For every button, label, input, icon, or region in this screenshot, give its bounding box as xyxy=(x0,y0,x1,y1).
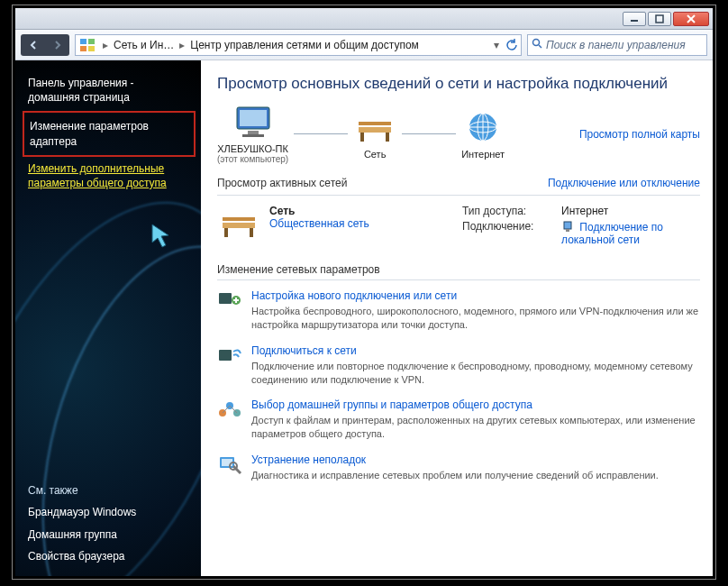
breadcrumb-segment[interactable]: Центр управления сетями и общим доступом xyxy=(188,39,421,51)
svg-rect-11 xyxy=(240,110,267,126)
svg-rect-15 xyxy=(359,127,391,133)
section-title: Просмотр активных сетей xyxy=(217,177,347,189)
page-title: Просмотр основных сведений о сети и наст… xyxy=(217,75,700,93)
svg-rect-1 xyxy=(656,15,663,23)
svg-rect-28 xyxy=(566,229,569,232)
close-icon xyxy=(687,14,696,23)
sidebar-item-homegroup[interactable]: Домашняя группа xyxy=(28,524,192,545)
sidebar-item-advanced-sharing[interactable]: Изменить дополнительные параметры общего… xyxy=(28,159,190,193)
network-name: Сеть xyxy=(269,205,369,217)
svg-rect-7 xyxy=(88,46,95,51)
svg-rect-6 xyxy=(80,46,86,51)
view-full-map-link[interactable]: Просмотр полной карты xyxy=(579,128,700,141)
task-desc: Подключение или повторное подключение к … xyxy=(251,360,700,387)
maximize-button[interactable] xyxy=(648,12,671,26)
task-link[interactable]: Настройка нового подключения или сети xyxy=(251,289,700,302)
globe-icon xyxy=(461,109,505,145)
task-new-connection: Настройка нового подключения или сети На… xyxy=(217,289,700,332)
sidebar-item-label: домашняя страница xyxy=(28,91,130,104)
chevron-down-icon[interactable]: ▾ xyxy=(490,39,503,51)
main-content: Просмотр основных сведений о сети и наст… xyxy=(201,60,713,576)
sidebar-item-label: параметры общего доступа xyxy=(28,177,167,189)
connect-icon xyxy=(217,344,242,366)
task-link[interactable]: Выбор домашней группы и параметров общег… xyxy=(251,398,700,411)
forward-button[interactable] xyxy=(45,34,69,56)
network-node-pc: ХЛЕБУШКО-ПК (этот компьютер) xyxy=(217,104,288,164)
task-troubleshoot: Устранение неполадок Диагностика и испра… xyxy=(217,453,700,482)
search-input[interactable]: Поиск в панели управления xyxy=(527,34,707,56)
maximize-icon xyxy=(655,14,664,23)
node-sublabel: (этот компьютер) xyxy=(217,154,288,164)
address-bar[interactable]: ▸ Сеть и Ин… ▸ Центр управления сетями и… xyxy=(75,34,522,56)
bench-icon xyxy=(353,109,396,145)
category-icon xyxy=(79,38,96,52)
connection-link[interactable]: Подключение по локальной сети xyxy=(561,221,663,246)
access-type-value: Интернет xyxy=(561,205,700,217)
svg-rect-26 xyxy=(250,228,253,237)
task-link[interactable]: Устранение неполадок xyxy=(251,453,659,466)
svg-line-38 xyxy=(230,406,237,413)
refresh-button[interactable] xyxy=(503,39,521,51)
svg-rect-5 xyxy=(88,39,95,44)
task-connect-network: Подключиться к сети Подключение или повт… xyxy=(217,344,700,387)
network-map: ХЛЕБУШКО-ПК (этот компьютер) Сеть Интерн… xyxy=(217,104,700,164)
sidebar-item-label: адаптера xyxy=(30,135,77,148)
sidebar-item-browser[interactable]: Свойства браузера xyxy=(28,545,192,567)
svg-rect-27 xyxy=(564,222,571,229)
cursor-icon xyxy=(150,223,174,250)
highlight-box: Изменение параметров адаптера xyxy=(23,111,196,156)
sidebar: Панель управления - домашняя страница Из… xyxy=(15,60,201,576)
search-placeholder: Поиск в панели управления xyxy=(546,39,686,51)
monitor-icon xyxy=(232,104,275,140)
svg-rect-24 xyxy=(223,223,255,228)
svg-rect-4 xyxy=(80,39,86,44)
svg-point-8 xyxy=(533,40,540,46)
svg-rect-16 xyxy=(360,133,364,142)
svg-rect-14 xyxy=(359,122,391,125)
svg-rect-17 xyxy=(386,133,389,142)
sidebar-item-label: Изменение параметров xyxy=(30,120,149,133)
sidebar-see-also: См. также Брандмауэр Windows Домашняя гр… xyxy=(28,480,192,567)
task-homegroup: Выбор домашней группы и параметров общег… xyxy=(217,398,700,441)
minimize-button[interactable] xyxy=(623,12,646,26)
connection-icon xyxy=(561,220,574,233)
sidebar-seealso-label: См. также xyxy=(28,480,192,501)
titlebar xyxy=(15,8,713,30)
node-label: ХЛЕБУШКО-ПК xyxy=(217,143,288,154)
homegroup-icon xyxy=(217,398,242,420)
svg-rect-25 xyxy=(224,228,228,237)
sidebar-item-label: Панель управления - xyxy=(28,77,134,89)
sidebar-item-adapter-settings[interactable]: Изменение параметров адаптера xyxy=(30,116,188,151)
sidebar-item-label: Изменить дополнительные xyxy=(28,162,164,175)
svg-rect-12 xyxy=(248,131,259,134)
task-desc: Настройка беспроводного, широкополосного… xyxy=(251,305,700,332)
back-button[interactable] xyxy=(21,34,45,56)
active-networks-header: Просмотр активных сетей Подключение или … xyxy=(217,173,700,196)
active-network: Сеть Общественная сеть Тип доступа: Инте… xyxy=(217,205,700,249)
change-settings-header: Изменение сетевых параметров xyxy=(217,263,700,280)
network-type-link[interactable]: Общественная сеть xyxy=(269,217,369,230)
sidebar-item-firewall[interactable]: Брандмауэр Windows xyxy=(28,501,192,523)
svg-rect-29 xyxy=(219,293,232,304)
task-link[interactable]: Подключиться к сети xyxy=(251,344,700,357)
breadcrumb-segment[interactable]: Сеть и Ин… xyxy=(112,39,176,51)
chevron-left-icon xyxy=(29,41,38,50)
task-desc: Доступ к файлам и принтерам, расположенн… xyxy=(251,414,700,441)
close-button[interactable] xyxy=(673,12,709,26)
search-icon xyxy=(532,38,542,51)
svg-rect-33 xyxy=(219,350,232,361)
minimize-icon xyxy=(630,14,639,23)
task-desc: Диагностика и исправление сетевых пробле… xyxy=(251,469,659,482)
new-connection-icon xyxy=(217,289,242,311)
svg-line-9 xyxy=(539,45,541,48)
tasks-list: Настройка нового подключения или сети На… xyxy=(217,289,700,482)
access-type-label: Тип доступа: xyxy=(462,205,561,217)
connect-disconnect-link[interactable]: Подключение или отключение xyxy=(548,177,700,189)
sidebar-item-control-panel-home[interactable]: Панель управления - домашняя страница xyxy=(28,73,190,107)
troubleshoot-icon xyxy=(217,453,242,475)
node-label: Сеть xyxy=(353,149,396,160)
navbar: ▸ Сеть и Ин… ▸ Центр управления сетями и… xyxy=(15,30,713,60)
chevron-right-icon: ▸ xyxy=(99,39,112,51)
refresh-icon xyxy=(505,39,518,51)
connection-line xyxy=(402,133,456,134)
